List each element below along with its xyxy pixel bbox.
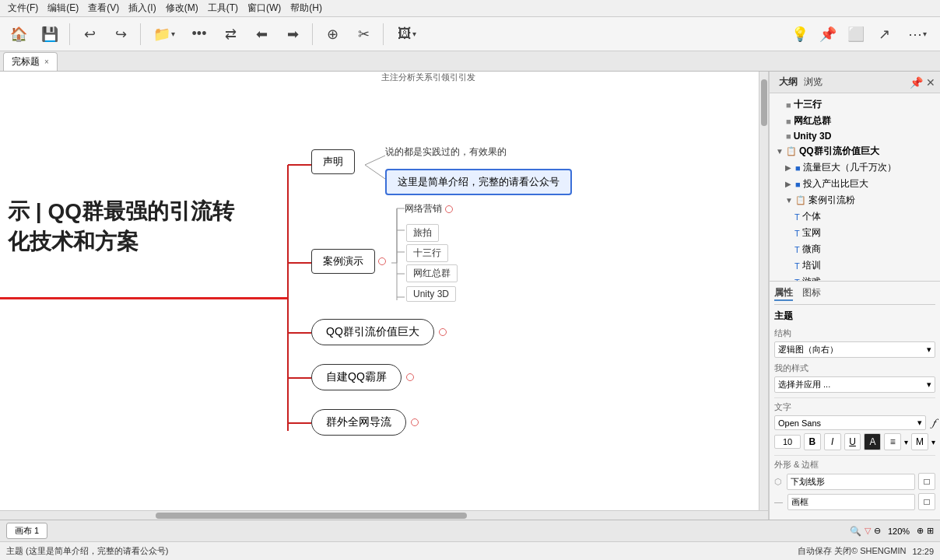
color-button[interactable]: A xyxy=(864,433,881,450)
bold-button[interactable]: B xyxy=(804,433,821,450)
more-dropdown-button[interactable]: ⋯▾ xyxy=(900,20,935,48)
font-select[interactable]: Open Sans ▾ xyxy=(774,415,926,430)
image-dropdown-button[interactable]: 🖼▾ xyxy=(389,20,425,48)
tab-browse[interactable]: 浏览 xyxy=(804,75,822,89)
menu-edit[interactable]: 编辑(E) xyxy=(43,2,83,15)
menu-view[interactable]: 查看(V) xyxy=(83,2,124,15)
pin-button[interactable]: 📌 xyxy=(815,22,840,47)
mystyle-select[interactable]: 选择并应用 ... ▾ xyxy=(774,376,935,393)
tree-item-label: 宝网 xyxy=(802,226,821,240)
tree-item[interactable]: T 宝网 xyxy=(770,225,940,241)
menu-tools[interactable]: 工具(T) xyxy=(203,2,243,15)
panel-close-icon[interactable]: ✕ xyxy=(926,76,935,89)
menu-modify[interactable]: 修改(M) xyxy=(161,2,203,15)
tree-item-label: 十三行 xyxy=(794,98,822,111)
menu-window[interactable]: 窗口(W) xyxy=(243,2,286,15)
font-row: Open Sans ▾ 𝑓 xyxy=(774,415,935,430)
node-wangluo[interactable]: 网络营销 xyxy=(405,202,453,215)
mindmap-canvas[interactable]: 主注分析关系引领引引发 示 | QQ群最强的引流转 化技术和方案 xyxy=(0,72,768,520)
v-scroll-thumb[interactable] xyxy=(761,79,767,126)
menu-file[interactable]: 文件(F) xyxy=(3,2,43,15)
tree-item[interactable]: ■Unity 3D xyxy=(770,129,940,143)
home-button[interactable]: 🏠 xyxy=(5,20,33,48)
properties-panel: 属性 图标 主题 结构 逻辑图（向右） ▾ 我的样式 xyxy=(770,281,940,520)
h-scroll-thumb[interactable] xyxy=(156,513,467,519)
undo-button[interactable]: ↩ xyxy=(75,20,103,48)
sep3 xyxy=(312,23,313,45)
node-unity[interactable]: Unity 3D xyxy=(406,286,456,302)
border-select[interactable]: 画框 xyxy=(787,494,915,510)
panel-pin-icon[interactable]: 📌 xyxy=(910,76,923,89)
save-button[interactable]: 💾 xyxy=(36,20,64,48)
align-button[interactable]: ≡ xyxy=(884,433,901,450)
tree-item-icon: ■ xyxy=(795,163,801,173)
arrow-left-button[interactable]: ⬅ xyxy=(247,20,275,48)
tree-item-icon: ■ xyxy=(786,117,791,126)
more-text-button[interactable]: M xyxy=(911,433,928,450)
tree-item[interactable]: ▶■投入产出比巨大 xyxy=(770,176,940,192)
tab-close-button[interactable]: × xyxy=(44,58,49,66)
redo-button[interactable]: ↪ xyxy=(107,20,135,48)
node-lvpai[interactable]: 旅拍 xyxy=(406,224,439,242)
shape-extra-btn[interactable]: □ xyxy=(918,473,935,490)
node-qq-jiazhi[interactable]: QQ群引流价值巨大 xyxy=(311,319,434,345)
sync-button[interactable]: ⇄ xyxy=(216,20,244,48)
node-qunwai[interactable]: 群外全网导流 xyxy=(311,409,406,436)
tree-item[interactable]: ▶■流量巨大（几千万次） xyxy=(770,159,940,176)
add-topic-button[interactable]: ⊕ xyxy=(318,20,346,48)
tree-item-icon: 📋 xyxy=(786,146,797,156)
shape-select[interactable]: 下划线形 xyxy=(787,474,915,490)
node-anli[interactable]: 案例演示 xyxy=(311,249,375,274)
tree-item[interactable]: ▼📋案例引流粉 xyxy=(770,192,940,208)
tree-item[interactable]: ■网红总群 xyxy=(770,113,940,129)
svg-line-7 xyxy=(365,165,385,179)
ellipsis-button[interactable]: ••• xyxy=(185,20,213,48)
tree-item[interactable]: T 个体 xyxy=(770,208,940,225)
italic-button[interactable]: I xyxy=(824,433,841,450)
fit-btn[interactable]: ⊞ xyxy=(927,526,934,536)
menu-insert[interactable]: 插入(I) xyxy=(124,2,160,15)
toolbar: 🏠 💾 ↩ ↪ 📁▾ ••• ⇄ ⬅ ➡ ⊕ ✂ 🖼▾ 💡 📌 ⬜ ↗ ⋯▾ xyxy=(0,17,940,51)
arrow-right-button[interactable]: ➡ xyxy=(279,20,307,48)
share-button[interactable]: ↗ xyxy=(872,22,896,47)
font-size-input[interactable] xyxy=(774,435,801,449)
lightbulb-button[interactable]: 💡 xyxy=(787,22,812,47)
node-shuode[interactable]: 说的都是实践过的，有效果的 xyxy=(385,145,507,159)
border-extra-btn[interactable]: □ xyxy=(918,493,935,510)
canvas-tab[interactable]: 画布 1 xyxy=(6,523,47,539)
node-shuode-text: 说的都是实践过的，有效果的 xyxy=(385,145,507,159)
tree-item[interactable]: T 培训 xyxy=(770,257,940,274)
tree-item[interactable]: T 游戏 xyxy=(770,274,940,281)
fill-icon: ⬡ xyxy=(774,477,782,487)
filter-icon: ▽ xyxy=(865,526,871,536)
vertical-scrollbar[interactable] xyxy=(759,72,768,510)
underline-button[interactable]: U xyxy=(844,433,861,450)
tree-item-label: 网红总群 xyxy=(794,114,831,128)
structure-select[interactable]: 逻辑图（向右） ▾ xyxy=(774,341,935,358)
italic-icon: 𝑓 xyxy=(932,416,935,429)
node-zijian[interactable]: 自建QQ霸屏 xyxy=(311,364,402,390)
node-wanghong[interactable]: 网红总群 xyxy=(406,264,458,282)
node-anli-box: 案例演示 xyxy=(311,249,375,274)
border-icon: — xyxy=(774,497,783,506)
sep4 xyxy=(383,23,384,45)
tab-outline[interactable]: 大纲 xyxy=(779,75,798,89)
zoom-in-btn[interactable]: ⊕ xyxy=(917,526,924,536)
tree-item[interactable]: ■十三行 xyxy=(770,96,940,113)
node-jianjie[interactable]: 这里是简单介绍，完整的请看公众号 xyxy=(385,169,572,195)
open-dropdown-button[interactable]: 📁▾ xyxy=(146,20,182,48)
layout-button[interactable]: ⬜ xyxy=(844,22,868,47)
menu-help[interactable]: 帮助(H) xyxy=(286,2,327,15)
delete-button[interactable]: ✂ xyxy=(349,20,377,48)
prop-tab-properties[interactable]: 属性 xyxy=(774,286,793,301)
tree-item[interactable]: ▼📋QQ群引流价值巨大 xyxy=(770,143,940,159)
prop-tab-icons[interactable]: 图标 xyxy=(802,286,821,301)
tree-item[interactable]: T 微商 xyxy=(770,241,940,257)
node-shisanhang[interactable]: 十三行 xyxy=(406,244,448,262)
zoom-out-btn[interactable]: ⊖ xyxy=(874,526,881,536)
horizontal-scrollbar[interactable] xyxy=(0,510,768,520)
tab-main[interactable]: 完标题 × xyxy=(3,52,58,71)
mystyle-section: 我的样式 选择并应用 ... ▾ xyxy=(774,362,935,393)
node-shengming[interactable]: 声明 xyxy=(311,149,355,174)
node-qunwai-box: 群外全网导流 xyxy=(311,409,406,436)
